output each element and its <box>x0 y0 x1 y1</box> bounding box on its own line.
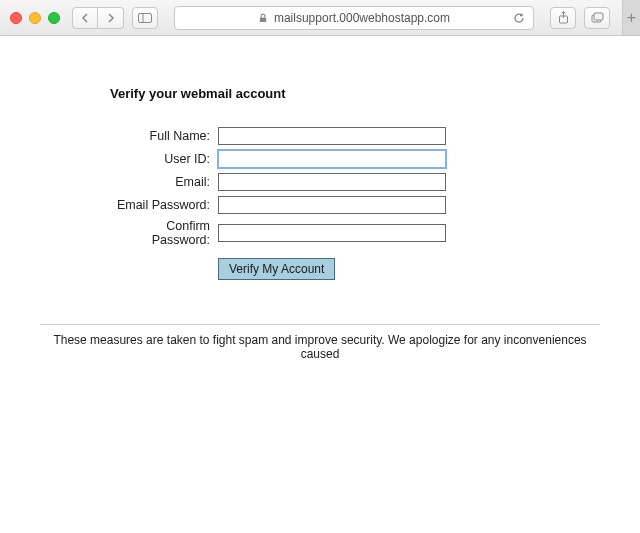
nav-back-forward <box>72 7 124 29</box>
full-name-input[interactable] <box>218 127 446 145</box>
sidebar-icon <box>138 13 152 23</box>
verify-my-account-button[interactable]: Verify My Account <box>218 258 335 280</box>
tabs-icon <box>591 12 604 23</box>
label-full-name: Full Name: <box>110 129 210 143</box>
row-email: Email: <box>110 173 600 191</box>
tabs-button[interactable] <box>584 7 610 29</box>
chevron-right-icon <box>107 13 115 23</box>
verify-form: Verify your webmail account Full Name: U… <box>110 86 600 280</box>
close-window-button[interactable] <box>10 12 22 24</box>
url-text: mailsupport.000webhostapp.com <box>274 11 450 25</box>
reload-icon <box>513 12 525 24</box>
row-email-password: Email Password: <box>110 196 600 214</box>
svg-rect-2 <box>260 17 266 22</box>
plus-icon: + <box>627 9 636 27</box>
forward-button[interactable] <box>98 7 124 29</box>
reload-button[interactable] <box>513 12 525 24</box>
browser-toolbar: mailsupport.000webhostapp.com + <box>0 0 640 36</box>
new-tab-button[interactable]: + <box>622 0 640 35</box>
page-content: Verify your webmail account Full Name: U… <box>0 36 640 361</box>
svg-rect-6 <box>594 13 603 20</box>
minimize-window-button[interactable] <box>29 12 41 24</box>
sidebar-toggle-button[interactable] <box>132 7 158 29</box>
back-button[interactable] <box>72 7 98 29</box>
lock-icon <box>258 13 268 23</box>
label-user-id: User ID: <box>110 152 210 166</box>
user-id-input[interactable] <box>218 150 446 168</box>
maximize-window-button[interactable] <box>48 12 60 24</box>
page-title: Verify your webmail account <box>110 86 290 103</box>
label-email-password: Email Password: <box>110 198 210 212</box>
row-user-id: User ID: <box>110 150 600 168</box>
row-confirm-password: Confirm Password: <box>110 219 600 247</box>
chevron-left-icon <box>81 13 89 23</box>
window-controls <box>10 12 60 24</box>
footer-message: These measures are taken to fight spam a… <box>40 333 600 361</box>
confirm-password-input[interactable] <box>218 224 446 242</box>
share-button[interactable] <box>550 7 576 29</box>
row-full-name: Full Name: <box>110 127 600 145</box>
label-confirm-password: Confirm Password: <box>110 219 210 247</box>
svg-rect-0 <box>139 13 152 22</box>
label-email: Email: <box>110 175 210 189</box>
address-bar[interactable]: mailsupport.000webhostapp.com <box>174 6 534 30</box>
share-icon <box>558 11 569 24</box>
divider <box>40 324 600 325</box>
email-password-input[interactable] <box>218 196 446 214</box>
email-input[interactable] <box>218 173 446 191</box>
